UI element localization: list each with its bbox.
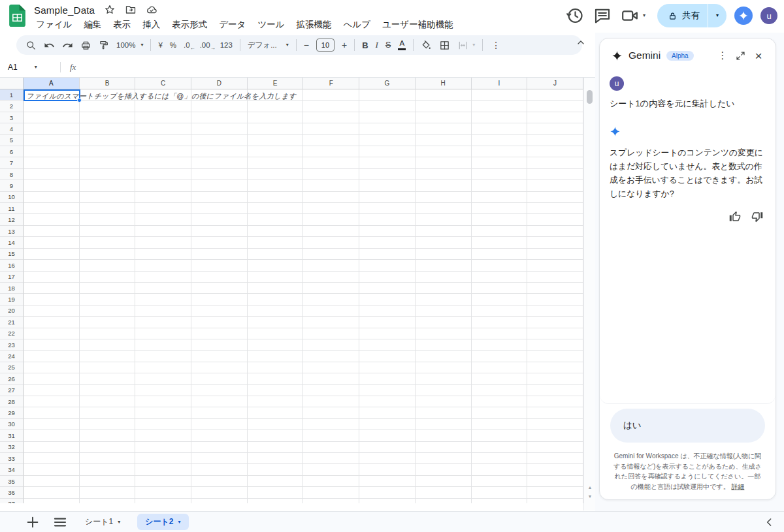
font-family-select[interactable]: デフォ... ▾	[248, 40, 289, 50]
cell-E16[interactable]	[248, 260, 304, 271]
cell-E34[interactable]	[248, 464, 304, 475]
cell-B3[interactable]	[80, 112, 136, 123]
cell-F37[interactable]	[303, 499, 359, 503]
row-header-36[interactable]: 36	[0, 487, 24, 498]
hide-menus-icon[interactable]	[576, 37, 586, 48]
cell-E36[interactable]	[248, 487, 304, 498]
cell-B9[interactable]	[80, 180, 136, 191]
cell-E22[interactable]	[248, 328, 304, 339]
menu-item-挿入[interactable]: 挿入	[137, 18, 166, 32]
cell-G25[interactable]	[359, 362, 416, 373]
cell-B35[interactable]	[80, 476, 136, 487]
cell-H11[interactable]	[416, 203, 472, 214]
cell-I11[interactable]	[472, 203, 528, 214]
cell-J15[interactable]	[527, 249, 583, 260]
cell-G13[interactable]	[359, 226, 416, 237]
cell-F32[interactable]	[303, 442, 359, 453]
cell-I29[interactable]	[472, 407, 528, 418]
cell-A35[interactable]	[24, 476, 80, 487]
cell-F17[interactable]	[303, 272, 359, 283]
cell-A6[interactable]	[24, 146, 80, 157]
row-header-22[interactable]: 22	[0, 328, 24, 339]
cell-G16[interactable]	[359, 260, 416, 271]
cell-C12[interactable]	[135, 214, 191, 225]
italic-button[interactable]: I	[376, 40, 378, 50]
cell-F12[interactable]	[303, 214, 359, 225]
cell-H7[interactable]	[416, 157, 472, 168]
cell-F3[interactable]	[303, 112, 359, 123]
version-history-icon[interactable]	[565, 6, 585, 25]
cell-F7[interactable]	[303, 157, 359, 168]
cell-B34[interactable]	[80, 464, 136, 475]
cell-B10[interactable]	[80, 192, 136, 203]
cell-I8[interactable]	[472, 169, 528, 180]
cell-E30[interactable]	[248, 419, 304, 430]
cell-A37[interactable]	[24, 499, 80, 503]
cell-D35[interactable]	[191, 476, 248, 487]
cell-F11[interactable]	[303, 203, 359, 214]
cell-E35[interactable]	[248, 476, 304, 487]
cell-B26[interactable]	[80, 373, 136, 384]
cell-E15[interactable]	[248, 249, 304, 260]
thumbs-up-icon[interactable]	[729, 211, 741, 223]
cell-J36[interactable]	[527, 487, 583, 498]
cell-H19[interactable]	[416, 294, 472, 305]
name-box[interactable]: A1 ▾	[0, 63, 60, 72]
cell-D8[interactable]	[191, 169, 248, 180]
row-header-2[interactable]: 2	[0, 101, 24, 112]
cell-I5[interactable]	[472, 135, 528, 146]
cell-E19[interactable]	[248, 294, 304, 305]
row-header-24[interactable]: 24	[0, 351, 24, 362]
menu-item-表示形式[interactable]: 表示形式	[166, 18, 213, 32]
undo-icon[interactable]	[44, 40, 55, 51]
row-header-20[interactable]: 20	[0, 305, 24, 317]
cell-D25[interactable]	[191, 362, 248, 373]
cell-C21[interactable]	[135, 317, 191, 328]
cell-C5[interactable]	[135, 135, 191, 146]
cell-G37[interactable]	[359, 499, 416, 503]
increase-decimal-button[interactable]: .00→	[200, 41, 210, 49]
cell-D21[interactable]	[191, 317, 248, 328]
cell-H17[interactable]	[416, 272, 472, 283]
row-header-30[interactable]: 30	[0, 419, 24, 430]
cell-B19[interactable]	[80, 294, 136, 305]
scroll-up-icon[interactable]: ▲	[584, 485, 596, 490]
row-header-33[interactable]: 33	[0, 453, 24, 464]
font-size-input[interactable]: 10	[316, 39, 335, 52]
cell-G34[interactable]	[359, 464, 416, 475]
cell-C2[interactable]	[135, 101, 191, 112]
cell-G8[interactable]	[359, 169, 416, 180]
cell-C9[interactable]	[135, 180, 191, 191]
cell-C36[interactable]	[135, 487, 191, 498]
cell-H24[interactable]	[416, 351, 472, 362]
cell-A24[interactable]	[24, 351, 80, 362]
cell-J37[interactable]	[527, 499, 583, 503]
cell-G22[interactable]	[359, 328, 416, 339]
cell-E20[interactable]	[248, 305, 304, 317]
row-header-5[interactable]: 5	[0, 135, 24, 146]
row-header-10[interactable]: 10	[0, 192, 24, 203]
cell-G18[interactable]	[359, 283, 416, 294]
column-header-G[interactable]: G	[359, 78, 416, 89]
cell-G11[interactable]	[359, 203, 416, 214]
cell-E9[interactable]	[248, 180, 304, 191]
cell-C18[interactable]	[135, 283, 191, 294]
cell-C22[interactable]	[135, 328, 191, 339]
cell-B2[interactable]	[80, 101, 136, 112]
cell-B22[interactable]	[80, 328, 136, 339]
cell-E10[interactable]	[248, 192, 304, 203]
cell-H5[interactable]	[416, 135, 472, 146]
cell-G26[interactable]	[359, 373, 416, 384]
cell-C19[interactable]	[135, 294, 191, 305]
cell-F22[interactable]	[303, 328, 359, 339]
cell-G9[interactable]	[359, 180, 416, 191]
cell-G5[interactable]	[359, 135, 416, 146]
more-formats-button[interactable]: 123	[220, 41, 233, 49]
cloud-status-icon[interactable]	[146, 4, 157, 16]
cell-D27[interactable]	[191, 385, 248, 396]
cell-H14[interactable]	[416, 237, 472, 248]
cell-H31[interactable]	[416, 430, 472, 441]
cell-B32[interactable]	[80, 442, 136, 453]
cell-G20[interactable]	[359, 305, 416, 317]
cell-G36[interactable]	[359, 487, 416, 498]
